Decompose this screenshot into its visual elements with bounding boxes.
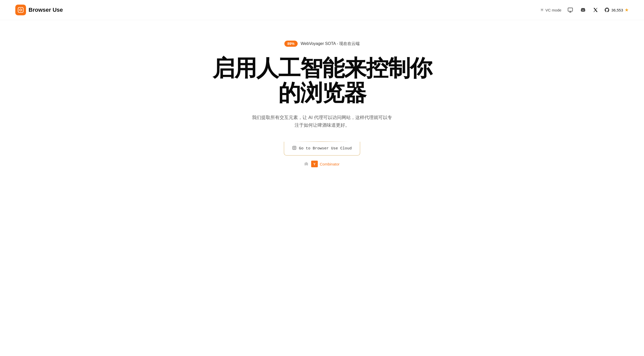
logo-icon	[15, 5, 26, 15]
navbar: Browser Use ☀ VC mode	[0, 0, 644, 20]
sun-icon: ☀	[540, 7, 544, 13]
twitter-icon-button[interactable]	[592, 6, 599, 14]
hero-title: 启用人工智能来控制你的浏览器	[205, 56, 439, 105]
backed-by-section: 由 Y Combinator	[305, 161, 340, 167]
svg-rect-5	[293, 146, 296, 150]
github-stars: 36,553	[611, 8, 623, 12]
cta-wrapper: Go to Browser Use Cloud	[284, 141, 360, 156]
sota-label: WebVoyager SOTA - 现在在云端	[301, 41, 360, 46]
cta-button-label: Go to Browser Use Cloud	[299, 146, 352, 151]
sota-badge: 89%	[284, 41, 298, 47]
yc-badge[interactable]: Y Combinator	[311, 161, 340, 167]
vc-mode-button[interactable]: ☀ VC mode	[540, 7, 562, 13]
logo[interactable]: Browser Use	[15, 5, 63, 15]
vc-mode-label: VC mode	[546, 8, 562, 12]
hero-subtitle: 我们提取所有交互元素，让 AI 代理可以访问网站，这样代理就可以专注于如何让啤酒…	[251, 114, 394, 129]
cloud-cta-button[interactable]: Go to Browser Use Cloud	[284, 142, 360, 156]
svg-rect-0	[18, 7, 23, 13]
yc-label: Combinator	[320, 162, 340, 166]
logo-text: Browser Use	[29, 7, 63, 13]
svg-rect-2	[568, 8, 573, 11]
yc-icon: Y	[311, 161, 318, 167]
backed-by-label: 由	[305, 162, 308, 166]
hero-section: 89% WebVoyager SOTA - 现在在云端 启用人工智能来控制你的浏…	[195, 20, 450, 183]
navbar-right: ☀ VC mode 36,553 ★	[540, 6, 629, 14]
cloud-icon	[292, 146, 296, 151]
svg-point-1	[20, 9, 22, 11]
svg-point-6	[294, 147, 295, 149]
badge-row: 89% WebVoyager SOTA - 现在在云端	[284, 41, 360, 47]
github-section[interactable]: 36,553 ★	[604, 7, 629, 13]
discord-icon-button[interactable]	[579, 6, 587, 14]
star-icon: ★	[625, 7, 629, 13]
monitor-icon-button[interactable]	[566, 6, 574, 14]
